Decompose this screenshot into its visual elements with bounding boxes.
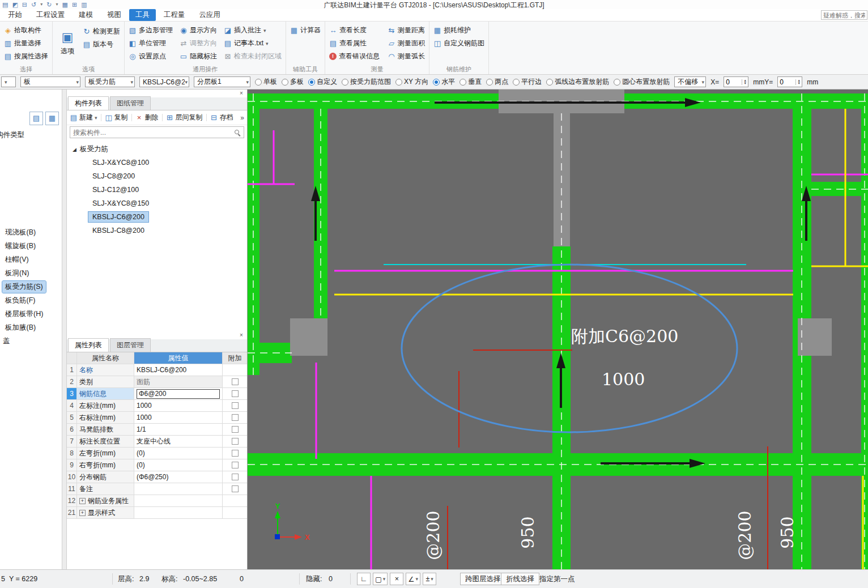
x-offset-input[interactable]: [724, 78, 742, 86]
sidebar-item-slab-hole[interactable]: 板洞(N): [0, 266, 62, 280]
attach-checkbox[interactable]: [232, 390, 239, 397]
rebar-type-dropdown[interactable]: 板受力筋▾: [85, 76, 135, 87]
x-offset-stepper[interactable]: ▲▼: [724, 76, 748, 87]
floor-copy-button[interactable]: ⊞层间复制: [166, 113, 203, 122]
attach-checkbox[interactable]: [232, 426, 239, 433]
sidebar-item-cast-slab[interactable]: 现浇板(B): [0, 225, 62, 239]
insert-note-caret-icon[interactable]: ▾: [263, 28, 266, 33]
radio-xy-direction[interactable]: XY 方向: [395, 77, 428, 87]
attach-checkbox[interactable]: [232, 438, 239, 445]
expand-icon[interactable]: ◢: [73, 147, 76, 152]
insert-note-button[interactable]: ◪插入批注▾: [224, 24, 282, 37]
stepper-arrows-icon[interactable]: ▲▼: [795, 79, 802, 85]
offset-mode-dropdown[interactable]: 不偏移▾: [674, 76, 706, 87]
custom-rebar-chart-button[interactable]: ◫自定义钢筋图: [433, 37, 484, 50]
component-search-input[interactable]: [73, 129, 234, 137]
attach-checkbox[interactable]: [232, 462, 239, 468]
element-type-dropdown[interactable]: 板▾: [20, 76, 80, 87]
check-update-button[interactable]: ↻检测更新: [83, 25, 120, 38]
attach-checkbox[interactable]: [232, 402, 239, 409]
radio-center-radial[interactable]: 圆心布置放射筋: [614, 77, 670, 87]
attach-checkbox[interactable]: [232, 474, 239, 480]
loss-maintenance-button[interactable]: ▦损耗维护: [433, 24, 484, 37]
radio-horizontal[interactable]: 水平: [433, 77, 455, 87]
batch-select-button[interactable]: ▥批量选择: [4, 37, 48, 50]
stepper-arrows-icon[interactable]: ▲▼: [742, 79, 748, 85]
radio-multi-slab[interactable]: 多板: [282, 77, 304, 87]
property-value[interactable]: 面筋: [134, 376, 223, 387]
attach-checkbox[interactable]: [232, 450, 239, 457]
version-button[interactable]: ▤版本号: [83, 38, 120, 51]
layer-dropdown[interactable]: 分层板1▾: [194, 76, 250, 87]
property-value[interactable]: (0): [134, 448, 223, 459]
clear-selection-button[interactable]: ×: [390, 573, 403, 585]
tree-item[interactable]: SLJ-X&YC8@100: [67, 156, 247, 169]
attach-checkbox[interactable]: [232, 414, 239, 421]
tree-item[interactable]: SLJ-C8@200: [67, 169, 247, 183]
adjust-direction-button[interactable]: ⇄调整方向: [180, 37, 217, 50]
ortho-toggle-button[interactable]: ∟: [357, 573, 371, 585]
property-value[interactable]: 1000: [134, 400, 223, 411]
radio-by-rebar-range[interactable]: 按受力筋范围: [342, 77, 391, 87]
expand-plus-icon[interactable]: +: [79, 498, 86, 504]
tab-component-list[interactable]: 构件列表: [68, 96, 109, 110]
drawing-canvas[interactable]: 附加C6@200 1000 @200 950 @200 950 Y X: [248, 90, 868, 569]
tab-layer-manage[interactable]: 图层管理: [110, 338, 151, 352]
property-value[interactable]: 1/1: [134, 424, 223, 435]
unit-manage-button[interactable]: ◧单位管理: [129, 37, 173, 50]
component-search-box[interactable]: [70, 126, 244, 138]
tab-tools[interactable]: 工具: [129, 9, 156, 21]
close-component-panel-button[interactable]: ×: [238, 90, 245, 97]
sidebar-item-slab-negative-rebar[interactable]: 板负筋(F): [0, 293, 62, 307]
property-value[interactable]: 1000: [134, 412, 223, 423]
sidebar-item-clipped[interactable]: 盖: [0, 334, 62, 348]
view-errors-button[interactable]: !查看错误信息: [329, 50, 380, 63]
polygon-manage-button[interactable]: ▧多边形管理: [129, 24, 173, 37]
hide-annotation-button[interactable]: ▭隐藏标注: [180, 50, 217, 63]
new-caret-icon[interactable]: ▾: [95, 115, 97, 121]
close-properties-panel-button[interactable]: ×: [238, 332, 245, 339]
component-name-dropdown[interactable]: KBSLJ-C6@200▾: [139, 76, 189, 87]
rebar-info-edit-field[interactable]: Φ6@200: [137, 389, 220, 399]
sidebar-item-spiral-slab[interactable]: 螺旋板(B): [0, 239, 62, 253]
show-direction-button[interactable]: ◉显示方向: [180, 24, 217, 37]
sidebar-item-floor-slab-strip[interactable]: 楼层板带(H): [0, 307, 62, 321]
list-view-button[interactable]: ▤: [29, 112, 43, 125]
mini-dropdown[interactable]: ▾: [1, 76, 16, 87]
property-value[interactable]: (0): [134, 459, 223, 471]
tree-item[interactable]: SLJ-X&YC8@150: [67, 197, 247, 210]
set-origin-button[interactable]: ◎设置原点: [129, 50, 173, 63]
offset-snap-button[interactable]: ±▾: [423, 573, 436, 585]
select-by-attribute-button[interactable]: ▤按属性选择: [4, 50, 48, 63]
sidebar-item-slab-main-rebar[interactable]: 板受力筋(S): [0, 280, 62, 293]
tree-item[interactable]: SLJ-C12@100: [67, 183, 247, 197]
tab-project-settings[interactable]: 工程设置: [30, 9, 71, 21]
calculator-button[interactable]: ▦计算器: [290, 24, 321, 37]
notepad-button[interactable]: ▤记事本.txt▾: [224, 37, 282, 50]
check-unclosed-region-button[interactable]: ⊠检查未封闭区域: [224, 50, 282, 63]
tab-quantity[interactable]: 工程量: [158, 9, 192, 21]
view-length-button[interactable]: ↔查看长度: [329, 24, 380, 37]
polyline-select-button[interactable]: 折线选择: [501, 573, 539, 585]
tree-root-slab-main-rebar[interactable]: ◢板受力筋: [67, 143, 247, 156]
measure-arc-button[interactable]: ◠测量弧长: [388, 50, 425, 63]
y-offset-stepper[interactable]: ▲▼: [777, 76, 802, 87]
measure-distance-button[interactable]: ⇆测量距离: [388, 24, 425, 37]
radio-single-slab[interactable]: 单板: [255, 77, 277, 87]
y-offset-input[interactable]: [778, 78, 795, 86]
attach-checkbox[interactable]: [232, 378, 239, 385]
property-value[interactable]: Φ6@200: [134, 388, 223, 399]
notepad-caret-icon[interactable]: ▾: [266, 41, 269, 46]
radio-arc-radial[interactable]: 弧线边布置放射筋: [546, 77, 609, 87]
detail-view-button[interactable]: ▦: [45, 112, 59, 125]
radio-vertical[interactable]: 垂直: [459, 77, 482, 87]
tab-modeling[interactable]: 建模: [73, 9, 99, 21]
sidebar-item-slab-haunch[interactable]: 板加腋(B): [0, 321, 62, 334]
tab-cloud[interactable]: 云应用: [193, 9, 227, 21]
help-search-input[interactable]: [821, 10, 867, 20]
tab-drawing-manage[interactable]: 图纸管理: [110, 96, 151, 110]
property-value[interactable]: 支座中心线: [134, 436, 223, 447]
attach-checkbox[interactable]: [232, 485, 239, 492]
archive-button[interactable]: ⊟存档: [210, 113, 233, 122]
expand-plus-icon[interactable]: +: [79, 510, 86, 516]
